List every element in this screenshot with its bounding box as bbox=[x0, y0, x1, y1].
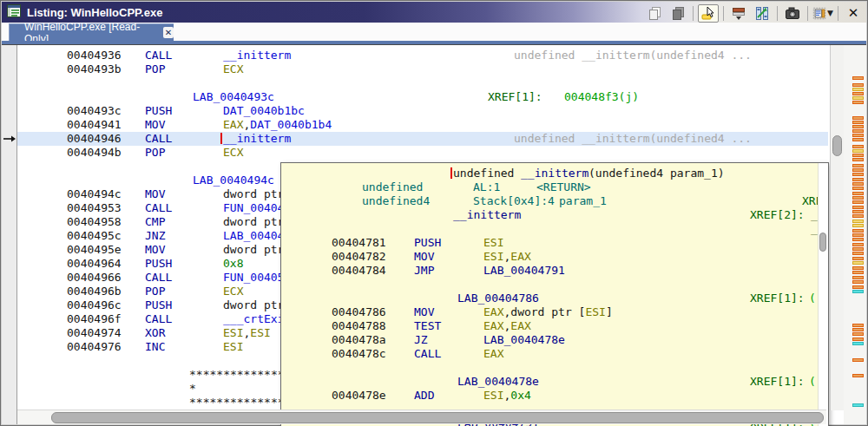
navigation-marker[interactable] bbox=[852, 238, 864, 241]
navigation-marker[interactable] bbox=[852, 164, 864, 167]
popup-listing-row[interactable]: _ bbox=[281, 222, 828, 236]
popup-listing-row[interactable]: __inittermXREF[2]:_ bbox=[281, 208, 828, 222]
navigation-marker[interactable] bbox=[852, 149, 864, 153]
popup-listing-row[interactable]: 00404784JMPLAB_00404791 bbox=[281, 264, 828, 278]
navigation-marker[interactable] bbox=[852, 154, 864, 157]
navigation-marker[interactable] bbox=[852, 257, 864, 260]
navigation-marker[interactable] bbox=[852, 328, 864, 331]
paste-icon[interactable] bbox=[667, 4, 688, 23]
vertical-scrollbar[interactable] bbox=[830, 45, 845, 410]
popup-listing-row[interactable]: LAB_0040478eXREF[1]:( bbox=[281, 375, 828, 389]
vertical-scrollbar-thumb[interactable] bbox=[832, 135, 842, 156]
navigation-marker[interactable] bbox=[852, 178, 864, 181]
address: 00404958 bbox=[67, 215, 122, 229]
dropdown-arrow-icon[interactable]: ▼ bbox=[827, 9, 833, 17]
listing-row[interactable]: 0040493bPOPECX bbox=[2, 62, 828, 76]
address: 00404976 bbox=[67, 340, 122, 354]
navigation-marker[interactable] bbox=[852, 252, 864, 255]
navigation-marker[interactable] bbox=[852, 324, 864, 327]
popup-listing-row[interactable]: 00404788TESTEAX,EAX bbox=[281, 319, 828, 333]
operands: __initterm bbox=[223, 49, 291, 62]
popup-listing-row[interactable]: 00404782MOVESI,EAX bbox=[281, 250, 828, 264]
navigation-marker[interactable] bbox=[852, 276, 864, 279]
tab-winhellocpp[interactable]: WinHelloCPP.exe [Read-Only] ✕ bbox=[9, 23, 174, 41]
popup-listing-row[interactable]: undefined4Stack[0x4]:4param_1XREF bbox=[281, 194, 828, 208]
popup-listing-row[interactable]: 00404786MOVEAX,dword ptr [ESI] bbox=[281, 305, 828, 319]
navigation-marker[interactable] bbox=[852, 129, 864, 133]
navigation-marker[interactable] bbox=[852, 261, 864, 265]
navigation-marker[interactable] bbox=[852, 214, 864, 218]
popup-scrollbar[interactable] bbox=[818, 163, 828, 426]
navigation-marker[interactable] bbox=[852, 116, 864, 120]
operands: ESI bbox=[483, 236, 503, 250]
navigation-marker[interactable] bbox=[852, 134, 864, 137]
popup-listing-row[interactable]: LAB_00404786XREF[1]:( bbox=[281, 292, 828, 305]
diff-view-icon[interactable] bbox=[752, 4, 773, 23]
navigation-marker[interactable] bbox=[852, 338, 864, 341]
tab-close-icon[interactable]: ✕ bbox=[163, 27, 174, 38]
operand-token: LAB_00404791 bbox=[483, 264, 565, 277]
navigation-marker[interactable] bbox=[852, 243, 864, 246]
navigation-marker[interactable] bbox=[852, 125, 864, 128]
toggle-fields-icon[interactable] bbox=[728, 4, 749, 23]
popup-listing-row[interactable]: 0040478aJZLAB_0040478e bbox=[281, 333, 828, 347]
navigation-marker[interactable] bbox=[852, 220, 864, 223]
popup-listing-row[interactable]: undefined __initterm(undefined4 param_1) bbox=[281, 167, 828, 180]
operands: ECX bbox=[223, 62, 243, 76]
navigation-marker[interactable] bbox=[852, 168, 864, 172]
listing-row[interactable]: 0040494bPOPECX bbox=[2, 146, 828, 160]
horizontal-scrollbar-thumb[interactable] bbox=[51, 412, 824, 423]
navigation-marker[interactable] bbox=[852, 374, 864, 377]
snapshot-camera-icon[interactable] bbox=[782, 4, 803, 23]
horizontal-scrollbar[interactable] bbox=[17, 410, 826, 424]
navigation-marker[interactable] bbox=[852, 403, 864, 407]
navigation-marker[interactable] bbox=[852, 173, 864, 176]
titlebar[interactable]: Listing: WinHelloCPP.exe bbox=[2, 2, 866, 23]
navigation-marker[interactable] bbox=[852, 88, 864, 91]
navigation-marker[interactable] bbox=[852, 158, 864, 161]
navigation-marker[interactable] bbox=[852, 332, 864, 336]
navigation-marker[interactable] bbox=[852, 92, 864, 95]
navigation-marker[interactable] bbox=[852, 206, 864, 209]
navigation-marker[interactable] bbox=[852, 224, 864, 227]
address: 00404941 bbox=[67, 118, 122, 132]
navigation-marker[interactable] bbox=[852, 342, 864, 345]
cursor-highlight-icon[interactable] bbox=[698, 4, 719, 23]
navigation-marker[interactable] bbox=[852, 83, 864, 87]
navigation-marker[interactable] bbox=[852, 358, 864, 362]
popup-scrollbar-thumb[interactable] bbox=[819, 233, 826, 252]
popup-listing-row[interactable]: 0040478cCALLEAX bbox=[281, 347, 828, 361]
listing-row[interactable]: 0040493cPUSHDAT_0040b1bc bbox=[2, 104, 828, 118]
listing-row[interactable]: LAB_0040493cXREF[1]:004048f3(j) bbox=[2, 90, 828, 104]
close-icon[interactable]: ✕ bbox=[843, 4, 864, 23]
popup-listing-row[interactable]: 0040478eADDESI,0x4 bbox=[281, 389, 828, 403]
navigation-marker[interactable] bbox=[852, 182, 864, 186]
listing-row[interactable]: 00404946CALL__inittermundefined __initte… bbox=[17, 132, 828, 146]
navigation-marker[interactable] bbox=[852, 196, 864, 200]
navigation-marker[interactable] bbox=[852, 121, 864, 124]
navigation-marker[interactable] bbox=[852, 76, 864, 80]
navigation-marker[interactable] bbox=[852, 266, 864, 270]
navigation-marker[interactable] bbox=[852, 233, 864, 237]
listing-row[interactable]: 00404936CALL__inittermundefined __initte… bbox=[2, 49, 828, 62]
navigation-marker[interactable] bbox=[852, 210, 864, 213]
navigation-marker[interactable] bbox=[852, 280, 864, 284]
display-options-icon[interactable]: ▼ bbox=[812, 4, 833, 23]
navigation-marker[interactable] bbox=[852, 192, 864, 195]
navigation-marker[interactable] bbox=[852, 145, 864, 148]
navigation-marker[interactable] bbox=[852, 187, 864, 190]
navigation-marker[interactable] bbox=[852, 285, 864, 289]
navigation-marker[interactable] bbox=[852, 138, 864, 141]
navigation-marker[interactable] bbox=[852, 229, 864, 233]
navigation-marker[interactable] bbox=[852, 96, 864, 100]
navigation-marker[interactable] bbox=[852, 200, 864, 204]
popup-listing-row[interactable]: undefinedAL:1<RETURN> bbox=[281, 180, 828, 194]
listing-row[interactable]: 00404941MOVEAX,DAT_0040b1b4 bbox=[2, 118, 828, 132]
function-prototype-field: __initterm bbox=[521, 167, 589, 180]
popup-listing-row[interactable]: 00404781PUSHESI bbox=[281, 236, 828, 250]
navigation-marker[interactable] bbox=[852, 101, 864, 104]
copy-icon[interactable] bbox=[644, 4, 665, 23]
navigation-marker[interactable] bbox=[852, 247, 864, 251]
navigation-marker[interactable] bbox=[852, 271, 864, 274]
navigation-marker[interactable] bbox=[852, 290, 864, 293]
